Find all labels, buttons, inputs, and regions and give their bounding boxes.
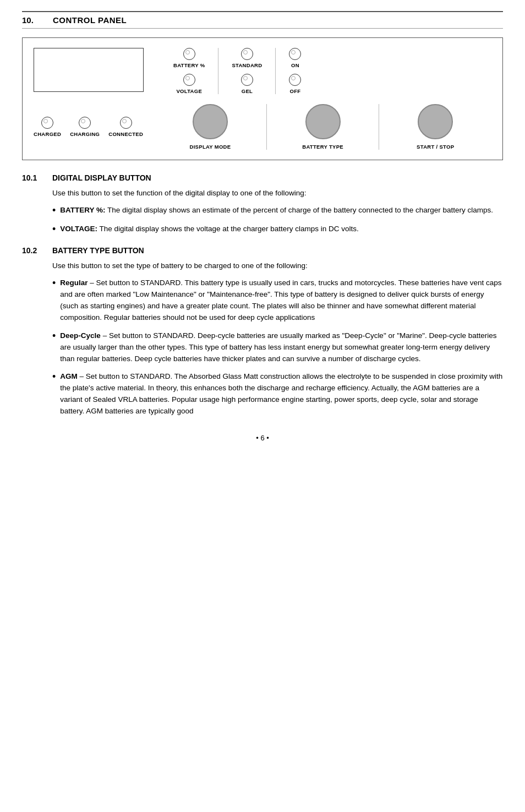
subsection-10-2-list: • Regular – Set button to STANDARD. This… [52, 277, 503, 417]
big-button-start-stop[interactable]: START / STOP [379, 104, 491, 150]
list-item: • Regular – Set button to STANDARD. This… [52, 277, 503, 324]
page-number: • 6 • [256, 434, 269, 442]
subsection-10-2-body: Use this button to set the type of batte… [22, 260, 503, 417]
bullet-regular-content: Regular – Set button to STANDARD. This b… [60, 277, 503, 324]
panel-bottom-row: CHARGED CHARGING CONNECTED DISPLAY MODE … [34, 104, 491, 150]
list-item: • VOLTAGE: The digital display shows the… [52, 224, 503, 236]
led-charging [79, 117, 91, 129]
bullet-agm-content: AGM – Set button to STANDARD. The Absorb… [60, 371, 503, 417]
bullet-dot: • [52, 224, 56, 236]
bullet-deepcycle-content: Deep-Cycle – Set button to STANDARD. Dee… [60, 330, 503, 365]
subsection-10-2: 10.2 BATTERY TYPE BUTTON Use this button… [22, 246, 503, 417]
indicator-charging: CHARGING [70, 117, 100, 137]
subsection-10-1-title: DIGITAL DISPLAY BUTTON [52, 173, 151, 182]
led-charged [41, 117, 53, 129]
bullet-deepcycle-bold: Deep-Cycle [60, 331, 101, 340]
label-charging: CHARGING [70, 131, 100, 137]
label-start-stop: START / STOP [417, 144, 454, 150]
indicator-standard: STANDARD [232, 48, 262, 68]
led-standard [241, 48, 253, 60]
control-panel-diagram: BATTERY % VOLTAGE STANDARD GEL ON [22, 37, 503, 160]
bullet-dot: • [52, 330, 56, 342]
led-connected [120, 117, 132, 129]
indicator-on: ON [289, 48, 301, 68]
bullet-battery-pct-content: BATTERY %: The digital display shows an … [60, 205, 503, 216]
small-indicators: CHARGED CHARGING CONNECTED [34, 117, 143, 137]
panel-top-row: BATTERY % VOLTAGE STANDARD GEL ON [34, 48, 491, 94]
bullet-agm-bold: AGM [60, 372, 78, 380]
bullet-voltage-bold: VOLTAGE: [60, 225, 97, 233]
list-item: • BATTERY %: The digital display shows a… [52, 205, 503, 217]
led-gel [241, 74, 253, 86]
bullet-dot: • [52, 277, 56, 290]
bullet-battery-pct-text: The digital display shows an estimate of… [107, 206, 493, 214]
label-standard: STANDARD [232, 62, 262, 68]
indicator-off: OFF [289, 74, 301, 94]
subsection-10-2-number: 10.2 [22, 246, 52, 255]
label-off: OFF [289, 88, 300, 94]
indicator-battery-pct: BATTERY % [173, 48, 205, 68]
subsection-10-2-header: 10.2 BATTERY TYPE BUTTON [22, 246, 503, 255]
bullet-agm-text: – Set button to STANDARD. The Absorbed G… [60, 372, 502, 415]
big-circle-battery-type[interactable] [305, 104, 341, 139]
big-button-display-mode[interactable]: DISPLAY MODE [154, 104, 267, 150]
section-header: 10. CONTROL PANEL [22, 11, 503, 29]
indicator-voltage: VOLTAGE [176, 74, 202, 94]
big-button-section: DISPLAY MODE BATTERY TYPE START / STOP [154, 104, 491, 150]
bullet-voltage-text: The digital display shows the voltage at… [100, 225, 359, 233]
list-item: • Deep-Cycle – Set button to STANDARD. D… [52, 330, 503, 365]
bullet-battery-pct-bold: BATTERY %: [60, 206, 105, 214]
subsection-10-1-header: 10.1 DIGITAL DISPLAY BUTTON [22, 173, 503, 182]
big-circle-display-mode[interactable] [193, 104, 228, 139]
label-charged: CHARGED [34, 131, 61, 137]
section-title: CONTROL PANEL [53, 15, 127, 25]
led-voltage [183, 74, 195, 86]
indicator-connected: CONNECTED [108, 117, 143, 137]
subsection-10-1-number: 10.1 [22, 173, 52, 182]
label-battery-type: BATTERY TYPE [302, 144, 343, 150]
indicator-charged: CHARGED [34, 117, 61, 137]
label-display-mode: DISPLAY MODE [190, 144, 231, 150]
subsection-10-1-intro: Use this button to set the function of t… [52, 188, 503, 199]
indicator-group-on-off: ON OFF [276, 48, 314, 94]
indicator-group-battery-type: STANDARD GEL [218, 48, 276, 94]
bullet-regular-text: – Set button to STANDARD. This battery t… [60, 279, 501, 321]
section-number: 10. [22, 15, 44, 25]
label-on: ON [291, 62, 299, 68]
subsection-10-2-title: BATTERY TYPE BUTTON [52, 246, 144, 255]
led-off [289, 74, 301, 86]
subsection-10-1-body: Use this button to set the function of t… [22, 188, 503, 235]
label-connected: CONNECTED [108, 131, 143, 137]
led-on [289, 48, 301, 60]
bullet-deepcycle-text: – Set button to STANDARD. Deep-cycle bat… [60, 331, 496, 363]
bullet-dot: • [52, 205, 56, 217]
display-rectangle [34, 48, 144, 92]
label-gel: GEL [242, 88, 253, 94]
label-voltage: VOLTAGE [176, 88, 202, 94]
page-footer: • 6 • [22, 434, 503, 442]
led-battery-pct [183, 48, 195, 60]
subsection-10-1-list: • BATTERY %: The digital display shows a… [52, 205, 503, 235]
big-circle-start-stop[interactable] [418, 104, 453, 139]
list-item: • AGM – Set button to STANDARD. The Abso… [52, 371, 503, 417]
subsection-10-2-intro: Use this button to set the type of batte… [52, 260, 503, 272]
indicator-group-display: BATTERY % VOLTAGE [160, 48, 218, 94]
bullet-voltage-content: VOLTAGE: The digital display shows the v… [60, 224, 503, 235]
big-button-battery-type[interactable]: BATTERY TYPE [267, 104, 380, 150]
label-battery-pct: BATTERY % [173, 62, 205, 68]
bullet-regular-bold: Regular [60, 279, 88, 287]
bullet-dot: • [52, 371, 56, 383]
indicator-gel: GEL [241, 74, 253, 94]
subsection-10-1: 10.1 DIGITAL DISPLAY BUTTON Use this but… [22, 173, 503, 235]
